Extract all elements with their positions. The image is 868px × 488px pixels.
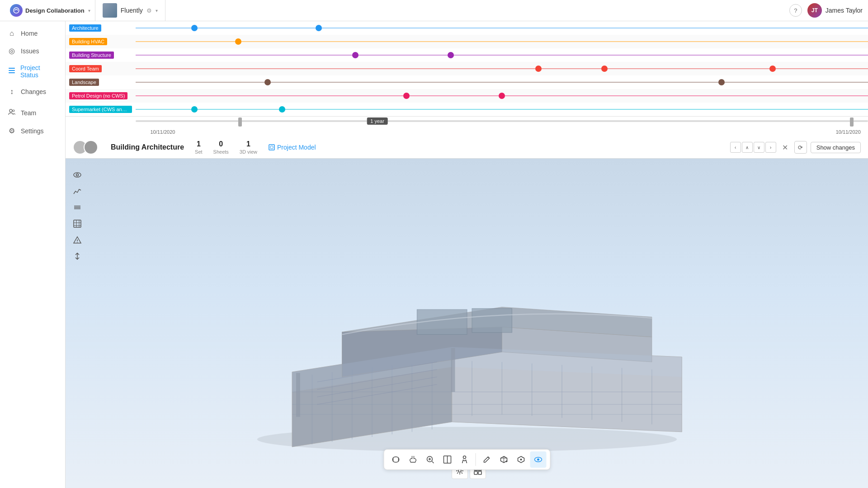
time-handle-right[interactable]	[850, 117, 854, 127]
bottom-toolbar-container	[448, 463, 486, 479]
time-handle-left[interactable]	[238, 117, 242, 127]
panel-stat-set: 1 Set	[195, 140, 203, 155]
nav-up-btn[interactable]: ∧	[742, 142, 753, 153]
sheets-icon	[73, 219, 82, 228]
nav-right-btn[interactable]: ›	[765, 142, 776, 153]
sidebar: ⌂ Home ◎ Issues Project Status ↕ Changes…	[0, 21, 66, 488]
svg-line-49	[317, 362, 437, 382]
show-changes-button[interactable]: Show changes	[811, 142, 861, 153]
svg-point-0	[14, 8, 19, 13]
gantt-label-supermarket: Supermarket (CWS and IFC	[66, 103, 136, 116]
content-area: Architecture Building HVAC	[66, 21, 868, 488]
visibility-tool-btn[interactable]	[70, 168, 85, 182]
sidebar-item-issues[interactable]: ◎ Issues	[0, 42, 65, 60]
svg-point-8	[74, 173, 81, 177]
svg-point-69	[537, 459, 539, 461]
gantt-label-text-petrol: Petrol Design (no CWS)	[69, 92, 127, 99]
app-dropdown-arrow: ▾	[88, 8, 90, 13]
project-gear-icon[interactable]: ⚙	[146, 7, 152, 14]
svg-point-20	[77, 242, 78, 243]
sidebar-changes-label: Changes	[21, 88, 46, 95]
sheets-tool-btn[interactable]	[70, 216, 85, 231]
sidebar-item-team[interactable]: Team	[0, 104, 65, 122]
building-3d-svg	[241, 262, 693, 452]
gantt-track-petrol	[136, 89, 868, 103]
project-name-label: Fluently	[121, 7, 143, 14]
box-select-btn[interactable]	[513, 451, 529, 468]
team-icon	[7, 108, 16, 117]
gantt-row-architecture[interactable]: Architecture	[66, 21, 868, 35]
project-dropdown-arrow[interactable]: ▾	[156, 8, 158, 13]
project-tab[interactable]: Fluently ⚙ ▾	[95, 0, 165, 21]
gantt-label-coord: Coord Team	[66, 62, 136, 75]
analysis-tool-btn[interactable]	[70, 184, 85, 198]
gantt-label-architecture: Architecture	[66, 21, 136, 35]
panel-close-btn[interactable]: ✕	[780, 142, 791, 153]
zoom-btn[interactable]	[422, 451, 438, 468]
project-model-link[interactable]: Project Model	[268, 144, 316, 151]
nav-left-btn[interactable]: ‹	[730, 142, 741, 153]
gantt-row-building-hvac[interactable]: Building HVAC	[66, 35, 868, 48]
gantt-row-coord-team[interactable]: Coord Team	[66, 62, 868, 75]
svg-line-50	[317, 370, 437, 389]
orbit-icon	[391, 455, 400, 464]
layers-tool-btn[interactable]	[70, 200, 85, 215]
topbar: Design Collaboration ▾ Fluently ⚙ ▾ ? JT…	[0, 0, 868, 21]
svg-rect-13	[74, 220, 81, 227]
svg-line-52	[317, 385, 437, 404]
svg-rect-2	[9, 70, 15, 71]
svg-point-4	[9, 109, 12, 112]
orbit-btn[interactable]	[387, 451, 404, 468]
gantt-row-building-structure[interactable]: Building Structure	[66, 48, 868, 62]
svg-rect-73	[478, 471, 481, 474]
sidebar-item-project-status[interactable]: Project Status	[0, 60, 65, 83]
time-label-bubble: 1 year	[367, 117, 388, 125]
layers-icon	[73, 203, 82, 212]
svg-marker-25	[452, 347, 681, 432]
panel-stat-3dview-num: 1	[246, 140, 250, 148]
sidebar-item-changes[interactable]: ↕ Changes	[0, 83, 65, 100]
person-btn[interactable]	[456, 451, 472, 468]
project-model-icon	[268, 144, 275, 151]
time-axis-track[interactable]: 1 year 10/11/2020 10/11/2020	[136, 117, 868, 136]
svg-point-5	[13, 110, 14, 112]
time-slider-bar[interactable]	[136, 120, 868, 122]
route-tool-btn[interactable]	[70, 249, 85, 263]
pan-btn[interactable]	[405, 451, 421, 468]
eye-active-btn[interactable]	[530, 451, 546, 468]
sidebar-item-home[interactable]: ⌂ Home	[0, 25, 65, 42]
svg-marker-27	[342, 307, 651, 352]
gantt-row-landscape[interactable]: Landscape	[66, 75, 868, 89]
project-model-label[interactable]: Project Model	[277, 144, 316, 151]
app-logo[interactable]: Design Collaboration ▾	[5, 0, 95, 21]
help-button[interactable]: ?	[789, 4, 802, 17]
refresh-btn[interactable]: ⟳	[794, 141, 807, 154]
home-icon: ⌂	[7, 29, 16, 38]
gantt-row-petrol-design[interactable]: Petrol Design (no CWS)	[66, 89, 868, 103]
panel-stat-set-label: Set	[195, 149, 203, 155]
warning-tool-btn[interactable]	[70, 233, 85, 247]
box-add-btn[interactable]	[495, 451, 512, 468]
sidebar-item-settings[interactable]: ⚙ Settings	[0, 122, 65, 140]
svg-rect-6	[269, 145, 274, 150]
nav-down-btn[interactable]: ∨	[754, 142, 764, 153]
svg-rect-7	[270, 146, 273, 149]
sidebar-project-status-label: Project Status	[20, 64, 58, 79]
question-icon: ?	[794, 7, 797, 14]
svg-marker-28	[342, 327, 502, 377]
time-axis: 1 year 10/11/2020 10/11/2020	[66, 116, 868, 136]
gantt-label-text-architecture: Architecture	[69, 24, 101, 32]
gantt-track-structure	[136, 48, 868, 62]
svg-marker-23	[292, 347, 682, 417]
section-btn[interactable]	[439, 451, 455, 468]
gantt-row-supermarket[interactable]: Supermarket (CWS and IFC	[66, 103, 868, 116]
view-toolbar-left	[70, 168, 85, 263]
box-select-icon	[516, 455, 525, 464]
pencil-btn[interactable]	[478, 451, 495, 468]
svg-point-67	[520, 459, 522, 460]
3d-view[interactable]	[66, 159, 868, 488]
user-info[interactable]: JT James Taylor	[807, 3, 863, 18]
analysis-icon	[73, 187, 82, 196]
gantt-track-landscape	[136, 75, 868, 89]
panel-stat-3dview-label: 3D view	[240, 149, 257, 155]
